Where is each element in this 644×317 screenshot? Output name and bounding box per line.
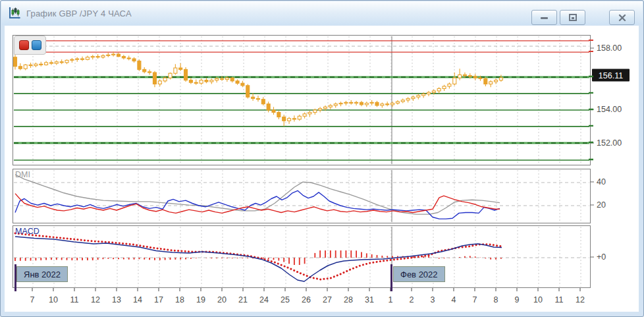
month-label-feb-text: Фев 2022 bbox=[400, 270, 438, 279]
day-axis-label: 13 bbox=[112, 295, 121, 304]
month-label-feb: Фев 2022 bbox=[393, 266, 445, 282]
day-axis-label: 17 bbox=[154, 295, 163, 304]
day-axis-label: 26 bbox=[302, 295, 311, 304]
day-axis-label: 14 bbox=[133, 295, 142, 304]
dmi-axis-label: 40 bbox=[597, 177, 606, 187]
day-axis-label: 11 bbox=[70, 295, 79, 304]
chart-window: График GBP /JPY 4 ЧАСА DMI MACD Янв 2022… bbox=[0, 0, 644, 317]
macd-panel-label: MACD bbox=[15, 227, 40, 236]
blue-marker-button[interactable] bbox=[32, 40, 41, 50]
day-axis-label: 18 bbox=[175, 295, 184, 304]
dmi-axis-label: 20 bbox=[597, 200, 606, 210]
month-separator-jan bbox=[14, 264, 16, 291]
day-axis-label: 10 bbox=[49, 295, 58, 304]
red-marker-button[interactable] bbox=[19, 40, 29, 50]
day-axis-label: 9 bbox=[515, 295, 520, 304]
day-axis-label: 4 bbox=[452, 295, 456, 304]
price-axis-label: 158.00 bbox=[597, 43, 622, 53]
day-axis-label: 3 bbox=[431, 295, 435, 304]
day-axis-label: 10 bbox=[533, 295, 543, 304]
axis-ticks bbox=[1, 1, 644, 317]
day-axis-label: 8 bbox=[494, 295, 498, 304]
day-axis-label: 21 bbox=[238, 295, 248, 304]
day-axis-label: 2 bbox=[410, 295, 414, 304]
month-label-jan-text: Янв 2022 bbox=[24, 270, 61, 279]
macd-axis-label: +0 bbox=[597, 252, 606, 262]
day-axis-label: 1 bbox=[389, 295, 393, 304]
price-axis-label: 152.00 bbox=[597, 138, 622, 148]
month-label-jan: Янв 2022 bbox=[16, 266, 68, 282]
chart-toolbox bbox=[14, 36, 46, 55]
day-axis-label: 7 bbox=[30, 295, 35, 304]
day-axis-label: 28 bbox=[344, 295, 353, 304]
day-axis-label: 11 bbox=[555, 295, 564, 304]
dmi-panel-label: DMI bbox=[15, 170, 30, 179]
day-axis-label: 20 bbox=[217, 295, 227, 304]
day-axis-label: 12 bbox=[91, 295, 100, 304]
day-axis-label: 19 bbox=[196, 295, 205, 304]
price-axis-label: 154.00 bbox=[597, 105, 622, 114]
day-axis-label: 12 bbox=[576, 295, 585, 304]
day-axis-label: 27 bbox=[323, 295, 332, 304]
day-axis-label: 25 bbox=[281, 295, 290, 304]
day-axis-label: 31 bbox=[365, 295, 374, 304]
month-separator-feb bbox=[390, 264, 392, 291]
day-axis-label: 7 bbox=[473, 295, 477, 304]
day-axis-label: 24 bbox=[259, 295, 269, 304]
